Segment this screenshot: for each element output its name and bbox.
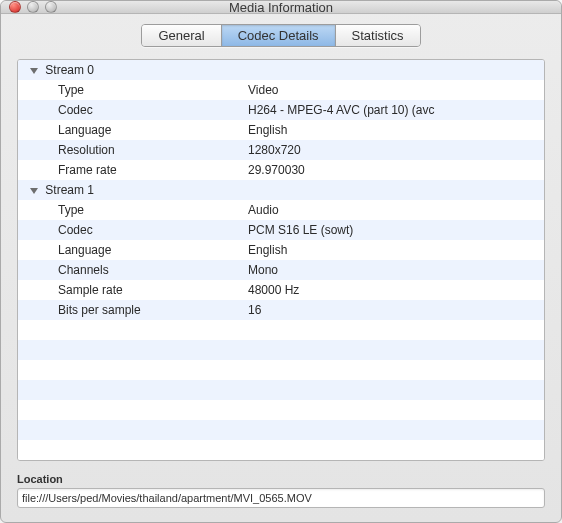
disclosure-triangle-icon[interactable] <box>30 68 38 74</box>
property-row[interactable]: Type Video <box>18 80 544 100</box>
stream-header[interactable]: Stream 1 <box>18 180 544 200</box>
traffic-lights <box>1 1 57 13</box>
property-row[interactable]: Frame rate 29.970030 <box>18 160 544 180</box>
property-value: Mono <box>248 263 544 277</box>
property-row[interactable]: Resolution 1280x720 <box>18 140 544 160</box>
property-value: 29.970030 <box>248 163 544 177</box>
empty-row <box>18 320 544 340</box>
zoom-button[interactable] <box>45 1 57 13</box>
codec-details-list[interactable]: Stream 0 Type Video Codec H264 - MPEG-4 … <box>17 59 545 461</box>
property-row[interactable]: Channels Mono <box>18 260 544 280</box>
property-row[interactable]: Language English <box>18 240 544 260</box>
property-key: Bits per sample <box>18 303 248 317</box>
minimize-button[interactable] <box>27 1 39 13</box>
property-value: English <box>248 243 544 257</box>
property-value: Audio <box>248 203 544 217</box>
property-key: Codec <box>18 103 248 117</box>
property-key: Type <box>18 203 248 217</box>
tab-general[interactable]: General <box>142 25 221 46</box>
property-key: Frame rate <box>18 163 248 177</box>
titlebar[interactable]: Media Information <box>1 1 561 14</box>
stream-header[interactable]: Stream 0 <box>18 60 544 80</box>
close-button[interactable] <box>9 1 21 13</box>
location-field[interactable] <box>17 488 545 508</box>
disclosure-triangle-icon[interactable] <box>30 188 38 194</box>
footer: Location <box>1 469 561 522</box>
property-row[interactable]: Codec PCM S16 LE (sowt) <box>18 220 544 240</box>
property-value: 1280x720 <box>248 143 544 157</box>
property-key: Type <box>18 83 248 97</box>
tab-statistics[interactable]: Statistics <box>336 25 420 46</box>
stream-header-label: Stream 1 <box>45 183 94 197</box>
property-key: Language <box>18 243 248 257</box>
segmented-tabs: General Codec Details Statistics <box>141 24 420 47</box>
empty-row <box>18 380 544 400</box>
property-key: Sample rate <box>18 283 248 297</box>
empty-row <box>18 420 544 440</box>
property-row[interactable]: Bits per sample 16 <box>18 300 544 320</box>
property-key: Resolution <box>18 143 248 157</box>
property-value: PCM S16 LE (sowt) <box>248 223 544 237</box>
content-area: Stream 0 Type Video Codec H264 - MPEG-4 … <box>17 59 545 461</box>
property-value: H264 - MPEG-4 AVC (part 10) (avc <box>248 103 544 117</box>
stream-header-label: Stream 0 <box>45 63 94 77</box>
property-key: Language <box>18 123 248 137</box>
empty-row <box>18 440 544 460</box>
property-key: Codec <box>18 223 248 237</box>
property-row[interactable]: Type Audio <box>18 200 544 220</box>
media-information-window: Media Information General Codec Details … <box>0 0 562 523</box>
tab-codec-details[interactable]: Codec Details <box>222 25 336 46</box>
property-value: English <box>248 123 544 137</box>
property-row[interactable]: Language English <box>18 120 544 140</box>
tab-bar: General Codec Details Statistics <box>1 24 561 47</box>
location-label: Location <box>17 473 545 485</box>
property-row[interactable]: Sample rate 48000 Hz <box>18 280 544 300</box>
empty-row <box>18 400 544 420</box>
property-value: 48000 Hz <box>248 283 544 297</box>
empty-row <box>18 360 544 380</box>
property-value: Video <box>248 83 544 97</box>
property-row[interactable]: Codec H264 - MPEG-4 AVC (part 10) (avc <box>18 100 544 120</box>
property-value: 16 <box>248 303 544 317</box>
property-key: Channels <box>18 263 248 277</box>
empty-row <box>18 340 544 360</box>
window-title: Media Information <box>1 0 561 15</box>
